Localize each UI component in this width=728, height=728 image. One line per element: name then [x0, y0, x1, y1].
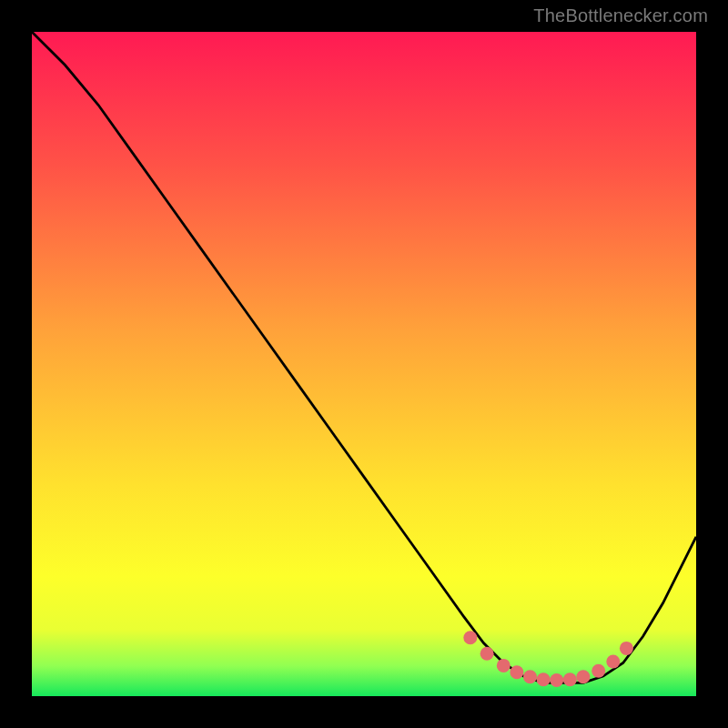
optimal-marker [510, 665, 523, 679]
optimal-marker [537, 672, 551, 686]
optimal-marker [523, 670, 537, 683]
bottleneck-curve [32, 32, 696, 682]
optimal-range-markers [463, 631, 633, 687]
plot-area [32, 32, 696, 696]
attribution-label: TheBottlenecker.com [533, 5, 708, 26]
optimal-marker [576, 670, 590, 683]
optimal-marker [563, 672, 577, 686]
chart-container: TheBottlenecker.com [0, 0, 728, 728]
optimal-marker [550, 673, 563, 687]
optimal-marker [497, 659, 511, 672]
optimal-marker [620, 642, 633, 655]
curve-layer [32, 32, 696, 696]
optimal-marker [480, 647, 494, 661]
optimal-marker [592, 664, 605, 678]
optimal-marker [463, 631, 477, 644]
optimal-marker [606, 655, 620, 669]
